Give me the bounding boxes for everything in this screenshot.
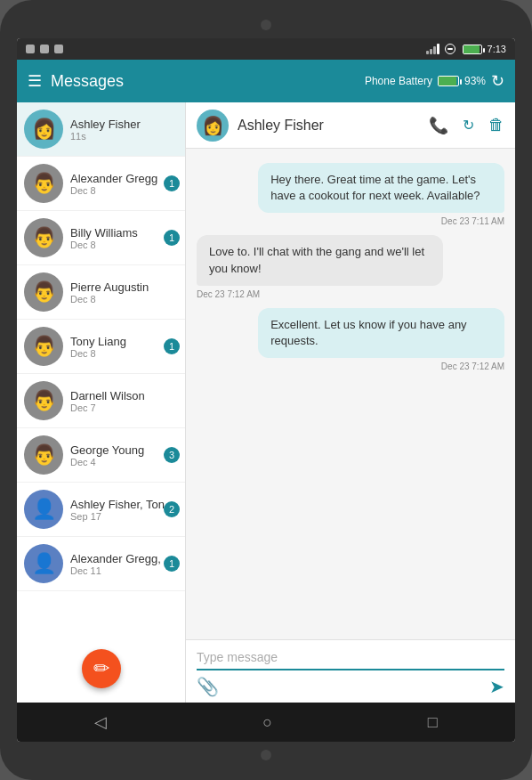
contact-info: George YoungDec 4: [70, 443, 178, 467]
message-bubble: Love to. I'll chat with the gang and we'…: [197, 235, 443, 285]
battery-status-icon: [463, 45, 482, 54]
contact-info: Alexander GreggDec 8: [70, 172, 178, 196]
nav-bar: ◁ ○ □: [17, 703, 515, 742]
contact-name: Ashley Fisher: [70, 118, 178, 131]
recent-button[interactable]: □: [428, 713, 438, 732]
avatar: 👨: [24, 381, 63, 420]
contact-name: Alexander Gregg, Pierre Augustin: [70, 552, 178, 565]
refresh-chat-icon[interactable]: ↻: [463, 117, 474, 134]
top-dot: [261, 20, 271, 30]
chat-contact-avatar: 👩: [197, 110, 229, 142]
battery-percent: 93%: [464, 75, 486, 87]
contact-name: Tony Liang: [70, 335, 178, 348]
status-bar-left: [26, 45, 63, 53]
screen: 7:13 ☰ Messages Phone Battery 93% ↻ 👩A: [17, 38, 515, 742]
device-frame: 7:13 ☰ Messages Phone Battery 93% ↻ 👩A: [0, 0, 532, 780]
app-title: Messages: [51, 72, 356, 91]
contact-date: Dec 8: [70, 185, 178, 196]
attach-icon[interactable]: 📎: [197, 676, 219, 697]
messages-container: Hey there. Great time at the game. Let's…: [186, 149, 515, 639]
refresh-icon[interactable]: ↻: [491, 71, 504, 91]
input-actions: 📎 ➤: [186, 670, 515, 703]
message-input[interactable]: [197, 650, 504, 664]
contact-badge: 1: [164, 556, 180, 572]
message-time: Dec 23 7:12 AM: [197, 289, 260, 299]
delete-icon[interactable]: 🗑: [488, 116, 504, 134]
avatar: 👨: [24, 164, 63, 203]
phone-icon[interactable]: 📞: [429, 116, 448, 135]
avatar: 👨: [24, 272, 63, 312]
contact-date: Dec 11: [70, 565, 178, 576]
contact-date: Dec 8: [70, 294, 178, 305]
battery-fill: [463, 45, 480, 53]
message-time: Dec 23 7:11 AM: [441, 216, 504, 226]
chat-header: 👩 Ashley Fisher 📞 ↻ 🗑: [186, 102, 515, 149]
back-button[interactable]: ◁: [94, 712, 107, 732]
contact-badge: 1: [164, 230, 180, 246]
input-row-top: [186, 640, 515, 669]
contact-info: Alexander Gregg, Pierre AugustinDec 11: [70, 552, 178, 576]
contact-badge: 1: [164, 338, 180, 354]
contact-name: Alexander Gregg: [70, 172, 178, 185]
contact-badge: 1: [164, 175, 180, 191]
contact-item[interactable]: 👨Darnell WilsonDec 7: [17, 374, 185, 428]
contact-date: Dec 8: [70, 348, 178, 359]
contact-item[interactable]: 👨Tony LiangDec 81: [17, 320, 185, 374]
contact-info: Pierre AugustinDec 8: [70, 280, 178, 305]
contact-name: George Young: [70, 443, 178, 457]
battery-text: Phone Battery: [365, 75, 432, 87]
contact-info: Darnell WilsonDec 7: [70, 389, 178, 413]
contact-item[interactable]: 👩Ashley Fisher11s: [17, 102, 185, 157]
contact-name: Billy Williams: [70, 226, 178, 240]
contact-name: Ashley Fisher, Tony Liang: [70, 498, 178, 511]
chat-contact-name: Ashley Fisher: [238, 118, 420, 134]
status-bar-right: 7:13: [426, 44, 506, 54]
contact-info: Ashley Fisher, Tony LiangSep 17: [70, 498, 178, 522]
chat-area: 👩 Ashley Fisher 📞 ↻ 🗑 Hey there. Great t…: [186, 102, 515, 703]
contact-list: 👩Ashley Fisher11s👨Alexander GreggDec 81👨…: [17, 102, 185, 591]
avatar: 👨: [24, 327, 63, 366]
contact-item[interactable]: 👤Ashley Fisher, Tony LiangSep 172: [17, 483, 185, 537]
contact-item[interactable]: 👨Billy WilliamsDec 81: [17, 211, 185, 265]
message-text: Hey there. Great time at the game. Let's…: [270, 172, 492, 204]
message-text: Love to. I'll chat with the gang and we'…: [209, 244, 431, 276]
send-icon[interactable]: ➤: [489, 676, 504, 697]
avatar: 👨: [24, 435, 63, 475]
signal-icon: [426, 44, 439, 54]
contact-info: Billy WilliamsDec 8: [70, 226, 178, 250]
compose-fab[interactable]: ✏: [82, 649, 121, 688]
contact-date: Sep 17: [70, 511, 178, 522]
contact-name: Pierre Augustin: [70, 280, 178, 294]
contact-item[interactable]: 👨Alexander GreggDec 81: [17, 157, 185, 211]
message-bubble: Excellent. Let us know if you have any r…: [258, 308, 504, 358]
input-area: 📎 ➤: [186, 639, 515, 703]
chat-header-icons: 📞 ↻ 🗑: [429, 116, 504, 135]
status-icon-3: [54, 45, 63, 53]
main-content: 👩Ashley Fisher11s👨Alexander GreggDec 81👨…: [17, 102, 515, 703]
message-row: Excellent. Let us know if you have any r…: [197, 308, 504, 371]
contact-item[interactable]: 👨Pierre AugustinDec 8: [17, 265, 185, 320]
status-bar: 7:13: [17, 38, 515, 60]
contact-info: Tony LiangDec 8: [70, 335, 178, 359]
avatar: 👨: [24, 218, 63, 257]
data-icon: [445, 44, 455, 54]
contact-date: 11s: [70, 131, 178, 142]
contact-badge: 2: [164, 501, 180, 517]
message-text: Excellent. Let us know if you have any r…: [270, 317, 492, 349]
contact-date: Dec 8: [70, 240, 178, 250]
sidebar: 👩Ashley Fisher11s👨Alexander GreggDec 81👨…: [17, 102, 186, 703]
menu-icon[interactable]: ☰: [28, 71, 42, 91]
contact-badge: 3: [164, 447, 180, 463]
home-button[interactable]: ○: [262, 713, 272, 732]
compose-icon: ✏: [93, 657, 109, 680]
contact-item[interactable]: 👨George YoungDec 43: [17, 428, 185, 483]
bottom-dot: [261, 750, 271, 760]
battery-mini-icon: [438, 76, 459, 86]
avatar: 👤: [24, 544, 63, 583]
contact-date: Dec 4: [70, 457, 178, 467]
contact-item[interactable]: 👤Alexander Gregg, Pierre AugustinDec 111: [17, 537, 185, 591]
battery-mini-fill: [439, 77, 456, 85]
message-row: Love to. I'll chat with the gang and we'…: [197, 235, 504, 298]
status-time: 7:13: [488, 44, 506, 54]
status-icon-2: [40, 45, 49, 53]
